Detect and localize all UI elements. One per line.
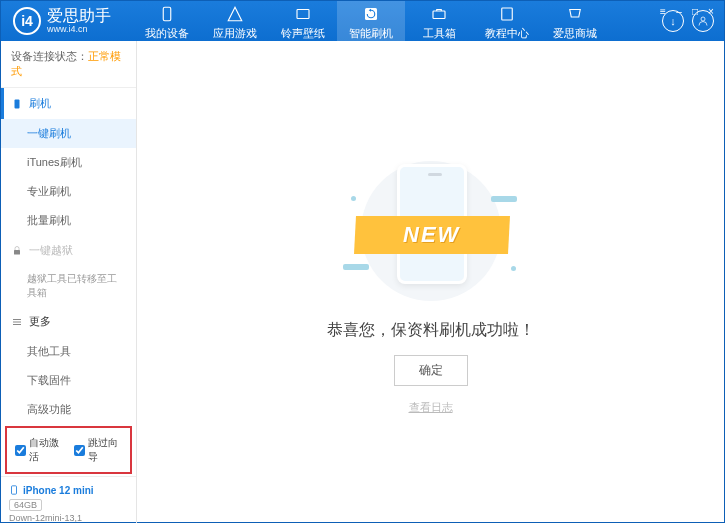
group-label: 刷机 <box>29 96 51 111</box>
logo-icon: i4 <box>13 7 41 35</box>
sidebar-item-download[interactable]: 下载固件 <box>1 366 136 395</box>
tab-smart-flash[interactable]: 智能刷机 <box>337 1 405 41</box>
body-area: 设备连接状态：正常模式 刷机 一键刷机 iTunes刷机 专业刷机 批量刷机 一… <box>1 41 724 523</box>
sidebar-item-pro[interactable]: 专业刷机 <box>1 177 136 206</box>
settings-menu-icon[interactable]: ≡ <box>656 4 670 18</box>
jailbreak-note: 越狱工具已转移至工具箱 <box>1 266 136 306</box>
group-label: 一键越狱 <box>29 243 73 258</box>
tab-label: 应用游戏 <box>213 26 257 41</box>
group-flash[interactable]: 刷机 <box>1 88 136 119</box>
brand-url: www.i4.cn <box>47 25 111 35</box>
svg-rect-4 <box>502 8 513 20</box>
refresh-icon <box>362 5 380 23</box>
cart-icon <box>566 5 584 23</box>
device-icon <box>9 483 19 497</box>
status-label: 设备连接状态： <box>11 50 88 62</box>
tab-apps[interactable]: 应用游戏 <box>201 1 269 41</box>
success-message: 恭喜您，保资料刷机成功啦！ <box>327 320 535 341</box>
svg-rect-6 <box>15 99 20 108</box>
book-icon <box>498 5 516 23</box>
skip-guide-input[interactable] <box>74 445 85 456</box>
auto-activate-input[interactable] <box>15 445 26 456</box>
svg-rect-7 <box>14 250 20 255</box>
brand-title: 爱思助手 <box>47 7 111 25</box>
top-tabs: 我的设备 应用游戏 铃声壁纸 智能刷机 工具箱 教程中心 <box>133 1 662 41</box>
brand: 爱思助手 www.i4.cn <box>47 7 111 34</box>
group-label: 更多 <box>29 314 51 329</box>
sidebar-item-itunes[interactable]: iTunes刷机 <box>1 148 136 177</box>
tab-label: 我的设备 <box>145 26 189 41</box>
device-sub: Down-12mini-13,1 <box>9 513 128 523</box>
toolbox-icon <box>430 5 448 23</box>
sidebar-item-onekey[interactable]: 一键刷机 <box>1 119 136 148</box>
tab-label: 教程中心 <box>485 26 529 41</box>
connection-status: 设备连接状态：正常模式 <box>1 41 136 88</box>
tab-label: 智能刷机 <box>349 26 393 41</box>
svg-rect-3 <box>433 11 445 19</box>
sidebar-item-advanced[interactable]: 高级功能 <box>1 395 136 424</box>
tab-label: 铃声壁纸 <box>281 26 325 41</box>
tab-store[interactable]: 爱思商城 <box>541 1 609 41</box>
device-panel[interactable]: iPhone 12 mini 64GB Down-12mini-13,1 <box>1 476 136 523</box>
success-illustration: NEW <box>341 156 521 306</box>
window-controls: ≡ – □ × <box>650 1 724 21</box>
list-icon <box>11 316 23 328</box>
side-list: 刷机 一键刷机 iTunes刷机 专业刷机 批量刷机 一键越狱 越狱工具已转移至… <box>1 88 136 424</box>
new-banner: NEW <box>354 216 510 254</box>
svg-rect-0 <box>163 7 171 21</box>
group-more[interactable]: 更多 <box>1 306 136 337</box>
maximize-icon[interactable]: □ <box>688 4 702 18</box>
title-bar: ≡ – □ × i4 爱思助手 www.i4.cn 我的设备 应用游戏 铃声壁纸 <box>1 1 724 41</box>
phone-icon <box>11 98 23 110</box>
svg-rect-1 <box>297 10 309 19</box>
sidebar-item-other-tools[interactable]: 其他工具 <box>1 337 136 366</box>
minimize-icon[interactable]: – <box>672 4 686 18</box>
tab-ringtone[interactable]: 铃声壁纸 <box>269 1 337 41</box>
tab-label: 工具箱 <box>423 26 456 41</box>
app-window: ≡ – □ × i4 爱思助手 www.i4.cn 我的设备 应用游戏 铃声壁纸 <box>0 0 725 523</box>
wallpaper-icon <box>294 5 312 23</box>
device-name-row: iPhone 12 mini <box>9 483 128 497</box>
storage-badge: 64GB <box>9 499 42 511</box>
checkbox-auto-activate[interactable]: 自动激活 <box>15 436 64 464</box>
tab-label: 爱思商城 <box>553 26 597 41</box>
checkbox-skip-guide[interactable]: 跳过向导 <box>74 436 123 464</box>
main-center: NEW 恭喜您，保资料刷机成功啦！ 确定 查看日志 <box>137 41 724 523</box>
tab-my-device[interactable]: 我的设备 <box>133 1 201 41</box>
apps-icon <box>226 5 244 23</box>
confirm-button[interactable]: 确定 <box>394 355 468 386</box>
svg-rect-8 <box>12 486 17 494</box>
device-name: iPhone 12 mini <box>23 485 94 496</box>
content-area: NEW 恭喜您，保资料刷机成功啦！ 确定 查看日志 <box>137 41 724 523</box>
tab-tutorial[interactable]: 教程中心 <box>473 1 541 41</box>
lock-icon <box>11 245 23 257</box>
logo-area: i4 爱思助手 www.i4.cn <box>1 7 123 35</box>
sidebar: 设备连接状态：正常模式 刷机 一键刷机 iTunes刷机 专业刷机 批量刷机 一… <box>1 41 137 523</box>
group-jailbreak[interactable]: 一键越狱 <box>1 235 136 266</box>
sidebar-item-batch[interactable]: 批量刷机 <box>1 206 136 235</box>
tab-toolbox[interactable]: 工具箱 <box>405 1 473 41</box>
options-checkboxes: 自动激活 跳过向导 <box>5 426 132 474</box>
phone-icon <box>158 5 176 23</box>
view-log-link[interactable]: 查看日志 <box>409 400 453 415</box>
close-icon[interactable]: × <box>704 4 718 18</box>
